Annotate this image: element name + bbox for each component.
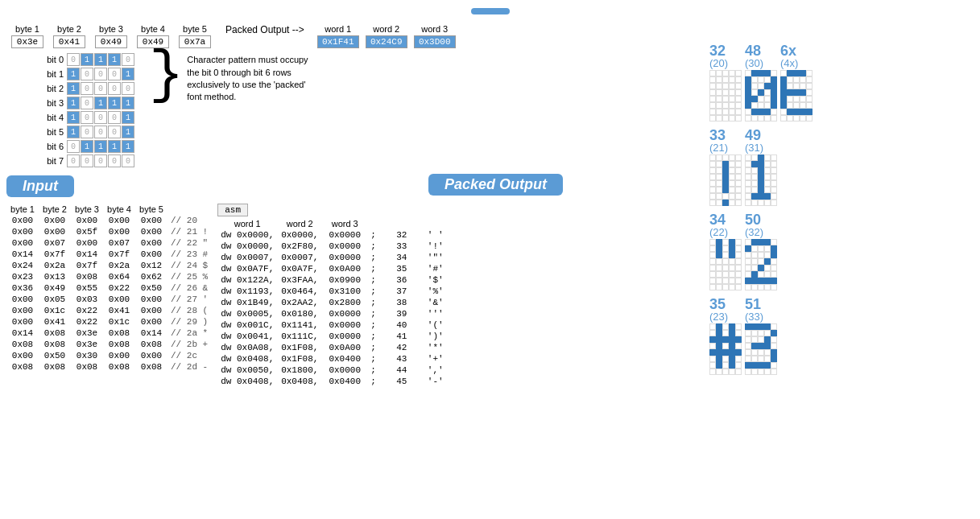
char-grid-row-32-6: [709, 109, 742, 115]
input-cell-2-2: 0x00: [71, 237, 103, 249]
char-pixel-33-2-1: [716, 167, 722, 174]
packed-cell-7-1: 0x0180,: [277, 308, 322, 319]
char-pixel-35-5-4: [735, 356, 742, 362]
char-pixel-6x-6-0: [780, 109, 787, 115]
char-grid-row-48-2: [745, 83, 777, 89]
char-pixel-6x-0-0: [780, 70, 787, 76]
char-pixel-48-4-3: [764, 96, 771, 102]
input-cell-0-0: 0x00: [6, 215, 39, 226]
input-cell-13-3: 0x08: [103, 361, 135, 373]
char-block-50: 50(32): [745, 212, 777, 290]
packed-cell-12-0: dw 0x0050,: [217, 365, 277, 376]
char-pixel-34-7-3: [729, 284, 735, 290]
packed-cell-0-4: 32: [379, 229, 424, 241]
char-grid-row-32-2: [709, 83, 742, 89]
asm-tab[interactable]: asm: [217, 204, 248, 216]
word-label-3: word 3: [421, 24, 448, 34]
input-row: 0x080x080x080x080x08// 2d -: [6, 361, 211, 373]
char-pixel-51-2-4: [771, 336, 777, 343]
input-cell-9-3: 0x1c: [103, 316, 135, 327]
char-pixel-50-4-3: [764, 265, 771, 271]
packed-cell-9-5: ')': [424, 331, 469, 342]
char-pixel-34-5-1: [716, 271, 722, 278]
char-grid-row-6x-0: [780, 70, 813, 76]
char-pixel-48-5-2: [758, 102, 764, 109]
char-pixel-6x-0-4: [806, 70, 813, 76]
char-pixel-51-5-4: [771, 356, 777, 362]
char-pixel-50-1-4: [771, 245, 777, 252]
char-pixel-35-4-4: [735, 349, 742, 356]
packed-cell-4-1: 0x3FAA,: [277, 274, 322, 286]
packed-cell-7-4: 39: [379, 308, 424, 319]
input-cell-9-0: 0x00: [6, 316, 39, 327]
char-pixel-51-1-2: [758, 330, 764, 336]
char-number-6x: 6x: [780, 43, 796, 58]
char-pixel-48-7-2: [758, 115, 764, 122]
byte-label-1: byte 1: [15, 24, 39, 34]
word-val-3: 0x3D00: [414, 35, 456, 48]
char-pixel-48-0-0: [745, 70, 751, 76]
bit-cell-7-3: 0: [108, 154, 121, 167]
char-pixel-50-2-0: [745, 252, 751, 258]
char-pixel-34-2-2: [722, 252, 729, 258]
input-cell-3-1: 0x7f: [39, 249, 71, 260]
char-pixel-35-0-0: [709, 323, 716, 330]
char-number-32: 32: [709, 43, 726, 58]
packed-cell-5-5: '%': [424, 286, 469, 297]
input-row: 0x240x2a0x7f0x2a0x12// 24 $: [6, 260, 211, 271]
char-pixel-50-6-1: [751, 278, 758, 284]
bit-cell-2-4: 0: [122, 82, 134, 95]
char-pixel-48-7-0: [745, 115, 751, 122]
char-sub-51: (33): [745, 311, 763, 322]
char-pixel-35-6-3: [729, 362, 735, 369]
char-pixel-49-7-3: [764, 200, 771, 206]
input-cell-8-1: 0x1c: [39, 305, 71, 316]
char-pixel-6x-2-0: [780, 83, 787, 89]
char-grid-row-6x-4: [780, 96, 813, 102]
input-cell-12-1: 0x50: [39, 350, 71, 361]
char-pixel-48-1-3: [764, 76, 771, 83]
char-pixel-6x-2-1: [787, 83, 793, 89]
char-pixel-48-7-1: [751, 115, 758, 122]
char-pixel-33-2-2: [722, 167, 729, 174]
char-sub-35: (23): [709, 311, 728, 322]
input-row: 0x000x050x030x000x00// 27 ': [6, 294, 211, 305]
char-grid-49: [745, 154, 777, 206]
char-pixel-51-2-0: [745, 336, 751, 343]
char-sub-32: (20): [709, 58, 728, 68]
char-grid-row-51-6: [745, 362, 777, 369]
input-cell-10-1: 0x08: [39, 327, 71, 339]
packed-cell-12-5: ',': [424, 365, 469, 376]
input-cell-0-3: 0x00: [103, 215, 135, 226]
char-pixel-49-2-2: [758, 167, 764, 174]
byte-val-3: 0x49: [95, 35, 127, 48]
char-pixel-49-7-2: [758, 200, 764, 206]
char-pixel-51-5-3: [764, 356, 771, 362]
packed-cell-11-5: '+': [424, 353, 469, 365]
char-pixel-33-3-2: [722, 174, 729, 180]
char-sub-34: (22): [709, 227, 728, 237]
char-grid-row-51-7: [745, 369, 777, 375]
char-pixel-48-4-0: [745, 96, 751, 102]
char-pixel-35-7-1: [716, 369, 722, 375]
char-pixel-50-5-4: [771, 271, 777, 278]
char-pixel-6x-1-3: [800, 76, 806, 83]
input-row: 0x000x000x000x000x00// 20: [6, 215, 211, 226]
char-pixel-32-2-2: [722, 83, 729, 89]
char-pixel-6x-7-0: [780, 115, 787, 122]
input-cell-8-3: 0x41: [103, 305, 135, 316]
bit-cell-6-1: 1: [81, 140, 93, 153]
char-pixel-49-1-3: [764, 161, 771, 167]
char-grid-row-35-5: [709, 356, 742, 362]
packed-cell-2-4: 34: [379, 252, 424, 263]
bit-row-0: bit 001110: [39, 53, 134, 66]
char-pixel-32-2-4: [735, 83, 742, 89]
bit-cell-6-0: 0: [67, 140, 80, 153]
char-grid-row-33-0: [709, 154, 742, 161]
packed-cell-3-2: 0x0A00: [322, 263, 367, 274]
char-pixel-34-7-0: [709, 284, 716, 290]
char-pixel-49-2-3: [764, 167, 771, 174]
input-row: 0x230x130x080x640x62// 25 %: [6, 271, 211, 282]
char-pixel-32-0-4: [735, 70, 742, 76]
right-panel: 32(20)33(21)34(22)35(23)48(30)49(31)50(3…: [706, 40, 980, 519]
